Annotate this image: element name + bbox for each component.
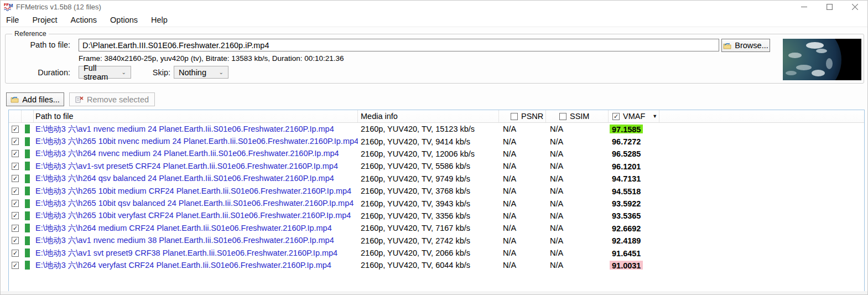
row-media-info: 2160p, YUV420, TV, 9749 kb/s: [358, 174, 499, 183]
row-file-path: E:\地动3 六\h264 nvenc medium 24 Planet.Ear…: [34, 148, 358, 159]
row-checkbox[interactable]: ✓: [12, 188, 19, 195]
row-ssim-value: N/A: [546, 249, 609, 257]
row-ssim-value: N/A: [546, 174, 609, 183]
play-icon: [25, 211, 30, 220]
row-media-info: 2160p, YUV420, TV, 15123 kb/s: [358, 125, 499, 133]
row-file-path: E:\地动3 六\h264 veryfast CRF24 Planet.Eart…: [34, 260, 358, 271]
table-row[interactable]: ✓ E:\地动3 六\h264 veryfast CRF24 Planet.Ea…: [9, 259, 864, 271]
row-checkbox[interactable]: ✓: [12, 262, 19, 269]
duration-select[interactable]: Full stream ⌄: [79, 66, 131, 79]
play-icon: [25, 174, 30, 183]
row-checkbox[interactable]: ✓: [12, 200, 19, 207]
header-path-to-file[interactable]: Path to file: [34, 110, 358, 122]
row-psnr-value: N/A: [499, 261, 546, 270]
table-row[interactable]: ✓ E:\地动3 六\h264 qsv balanced 24 Planet.E…: [9, 173, 864, 185]
row-checkbox[interactable]: ✓: [12, 163, 19, 170]
files-table-header: Path to file Media info PSNR SSIM ✓ VMAF…: [9, 110, 864, 123]
reference-group-label: Reference: [12, 30, 49, 38]
add-files-button[interactable]: Add files...: [6, 92, 64, 106]
row-psnr-value: N/A: [499, 174, 546, 183]
row-ssim-value: N/A: [546, 211, 609, 220]
table-row[interactable]: ✓ E:\地动3 六\av1-svt preset5 CRF24 Planet.…: [9, 160, 864, 172]
open-folder-icon: [723, 42, 731, 49]
table-row[interactable]: ✓ E:\地动3 六\h265 10bit qsv balanced 24 Pl…: [9, 197, 864, 209]
reference-media-summary: Frame: 3840x2160-25p, yuv420p (tv), Bitr…: [79, 54, 344, 63]
menu-options[interactable]: Options: [103, 14, 144, 27]
reference-group: Reference Path to file: Browse... Frame:…: [5, 34, 864, 84]
duration-label: Duration:: [15, 68, 70, 77]
row-checkbox[interactable]: ✓: [12, 138, 19, 145]
skip-label: Skip:: [137, 68, 170, 77]
row-ssim-value: N/A: [546, 261, 609, 270]
remove-selected-button-label: Remove selected: [87, 95, 149, 104]
table-row[interactable]: ✓ E:\地动3 六\av1 nvenc medium 24 Planet.Ea…: [9, 123, 864, 135]
window-title: FFMetrics v1.5b8 (12 files): [16, 3, 101, 11]
row-checkbox[interactable]: ✓: [12, 237, 19, 244]
row-file-path: E:\地动3 六\h265 10bit medium CRF24 Planet.…: [34, 186, 358, 196]
row-checkbox[interactable]: ✓: [12, 175, 19, 182]
row-psnr-value: N/A: [499, 199, 546, 208]
play-icon: [25, 236, 30, 245]
row-vmaf-value: 94.5518: [610, 187, 643, 195]
row-checkbox[interactable]: ✓: [12, 150, 19, 157]
menu-help[interactable]: Help: [144, 14, 174, 27]
play-icon: [25, 137, 30, 146]
header-ssim[interactable]: SSIM: [546, 110, 609, 122]
skip-select[interactable]: Nothing ⌄: [174, 66, 228, 79]
header-vmaf[interactable]: ✓ VMAF ▼: [609, 110, 659, 122]
table-row[interactable]: ✓ E:\地动3 六\h264 nvenc medium 24 Planet.E…: [9, 148, 864, 160]
ffmetrics-logo-icon: FF M: [4, 2, 13, 12]
path-to-file-label: Path to file:: [15, 40, 70, 49]
menu-file[interactable]: File: [5, 14, 25, 27]
table-row[interactable]: ✓ E:\地动3 六\av1 nvenc medium 38 Planet.Ea…: [9, 235, 864, 247]
row-psnr-value: N/A: [499, 162, 546, 170]
row-vmaf-value: 97.1585: [610, 125, 643, 133]
remove-list-item-icon: [75, 96, 84, 103]
header-media-info[interactable]: Media info: [358, 110, 499, 122]
chevron-down-icon: ⌄: [214, 69, 224, 75]
row-checkbox[interactable]: ✓: [12, 250, 19, 257]
row-ssim-value: N/A: [546, 224, 609, 232]
play-icon: [25, 187, 30, 195]
row-ssim-value: N/A: [546, 187, 609, 195]
row-ssim-value: N/A: [546, 236, 609, 245]
row-checkbox[interactable]: ✓: [12, 225, 19, 232]
row-psnr-value: N/A: [499, 125, 546, 133]
menu-project[interactable]: Project: [25, 14, 64, 27]
reference-path-input[interactable]: [79, 39, 719, 51]
row-vmaf-value: 92.6692: [610, 224, 643, 232]
table-row[interactable]: ✓ E:\地动3 六\h265 10bit medium CRF24 Plane…: [9, 185, 864, 197]
psnr-checkbox[interactable]: [511, 113, 518, 120]
row-psnr-value: N/A: [499, 149, 546, 158]
open-folder-icon: [11, 96, 19, 103]
row-media-info: 2160p, YUV420, TV, 2066 kb/s: [358, 249, 499, 257]
skip-select-value: Nothing: [179, 68, 206, 77]
maximize-button[interactable]: [817, 1, 842, 13]
row-vmaf-value: 96.1201: [610, 162, 643, 170]
ssim-checkbox[interactable]: [559, 113, 566, 120]
row-psnr-value: N/A: [499, 187, 546, 195]
files-table: Path to file Media info PSNR SSIM ✓ VMAF…: [8, 110, 865, 292]
play-icon: [25, 149, 30, 158]
table-row[interactable]: ✓ E:\地动3 六\h264 medium CRF24 Planet.Eart…: [9, 222, 864, 234]
menu-bar: File Project Actions Options Help: [1, 13, 867, 27]
row-media-info: 2160p, YUV420, TV, 3356 kb/s: [358, 211, 499, 220]
row-psnr-value: N/A: [499, 236, 546, 245]
header-psnr[interactable]: PSNR: [499, 110, 546, 122]
table-row[interactable]: ✓ E:\地动3 六\h265 10bit veryfast CRF24 Pla…: [9, 210, 864, 222]
row-checkbox[interactable]: ✓: [12, 212, 19, 219]
table-row[interactable]: ✓ E:\地动3 六\av1 svt preset9 CRF38 Planet.…: [9, 247, 864, 259]
reference-video-thumbnail[interactable]: [783, 39, 861, 80]
row-media-info: 2160p, YUV420, TV, 5586 kb/s: [358, 162, 499, 170]
minimize-button[interactable]: [791, 1, 817, 13]
play-icon: [25, 125, 30, 133]
browse-button[interactable]: Browse...: [721, 39, 770, 52]
files-table-body: ✓ E:\地动3 六\av1 nvenc medium 24 Planet.Ea…: [9, 123, 864, 291]
table-row[interactable]: ✓ E:\地动3 六\h265 10bit nvenc medium 24 Pl…: [9, 135, 864, 147]
vmaf-checkbox[interactable]: ✓: [612, 113, 620, 120]
row-vmaf-value: 91.6451: [610, 249, 643, 257]
close-button[interactable]: [842, 1, 867, 13]
add-files-button-label: Add files...: [22, 95, 60, 104]
menu-actions[interactable]: Actions: [64, 14, 104, 27]
row-checkbox[interactable]: ✓: [12, 126, 19, 133]
